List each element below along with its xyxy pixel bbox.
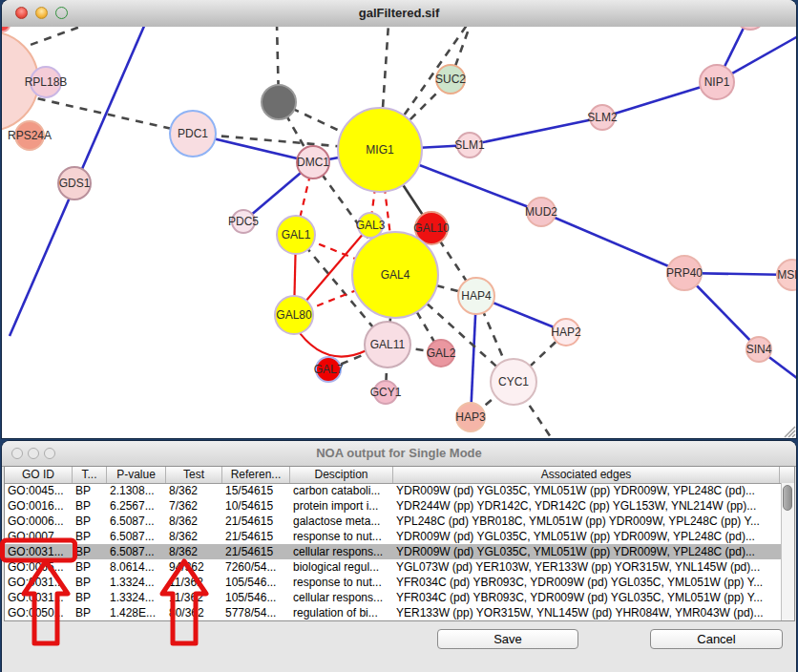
table-cell: 8/362 [166,483,222,498]
graph-node-label: NIP1 [704,75,730,89]
table-cell: response to nut... [290,575,393,590]
table-cell: BP [73,605,107,620]
graph-node-label: HAP3 [455,410,486,424]
graph-node-label: MSL1 [777,268,796,282]
table-cell: 1.3324... [107,590,166,605]
graph-node-label: GDS1 [59,177,91,190]
table-cell: BP [73,559,107,575]
graph-edge[interactable] [24,95,193,134]
table-row[interactable]: GO:0016...BP6.2567...7/36210/54615protei… [5,498,781,514]
graph-node-label: GAL4 [381,268,410,282]
cancel-button[interactable]: Cancel [650,629,783,649]
table-cell: 21/54615 [222,544,290,559]
resize-grip[interactable] [781,423,796,438]
table-cell: biological regul... [290,559,393,575]
table-cell: 1.428E... [107,605,166,620]
graph-node-label: GAL11 [370,338,406,351]
table-cell: GO:0065... [5,559,73,575]
table-cell: YDR009W (pd) YGL035C, YML051W (pp) YDR00… [393,529,780,544]
table-cell: 105/546... [222,575,290,590]
table-cell: GO:0006... [5,514,73,529]
column-header-go-id[interactable]: GO ID [5,467,73,483]
table-cell: cellular respons... [290,590,393,605]
noa-output-window: NOA output for Single Mode GO IDT...P-va… [2,441,796,672]
table-cell: 2.1308... [107,483,166,498]
graph-edge[interactable] [541,212,684,273]
table-cell: cellular respons... [290,544,393,559]
table-row[interactable]: GO:0050...BP1.428E...80/3625778/54...reg… [5,605,781,620]
table-cell: GO:0031... [5,590,73,605]
table-cell: 8/362 [166,544,222,559]
column-header-t-[interactable]: T... [73,467,107,483]
table-cell: 15/54615 [222,483,290,498]
table-cell: 8.0614... [107,559,166,575]
table-cell: YPL248C (pd) YBR018C, YML051W (pp) YDR00… [393,514,780,529]
table-cell: 5778/54... [222,605,290,620]
table-cell: 7260/54... [222,559,290,575]
graph-node-topright[interactable] [735,27,766,30]
table-row[interactable]: GO:0007...BP6.5087...8/36221/54615respon… [5,529,781,544]
table-cell: response to nut... [290,529,393,544]
network-window-titlebar[interactable]: galFiltered.sif [2,0,796,28]
table-row[interactable]: GO:0045...BP2.1308...8/36215/54615carbon… [5,483,781,498]
table-cell: 11/362 [166,575,222,590]
table-cell: 21/54615 [222,529,290,544]
column-header-test[interactable]: Test [166,467,222,483]
results-table: GO IDT...P-valueTestReferen...Desciption… [4,466,795,621]
table-cell: 80/362 [166,605,222,620]
graph-node-label: GAL10 [413,221,450,235]
table-cell: BP [73,529,107,544]
graph-node-graynode[interactable] [262,85,296,119]
graph-node-label: MUD2 [525,205,557,219]
column-header-associated-edges[interactable]: Associated edges [393,467,780,483]
network-window-title: galFiltered.sif [2,6,796,20]
column-header-desciption[interactable]: Desciption [290,467,393,483]
column-header-p-value[interactable]: P-value [107,467,166,483]
table-cell: BP [73,590,107,605]
graph-node-label: PDC1 [178,127,208,140]
network-canvas[interactable]: RPL18BRPS24AGDS1PDC1DMC1MIG1SUC2SLM1SLM2… [2,27,796,438]
table-row[interactable]: GO:0031...BP6.5087...8/36221/54615cellul… [5,544,781,559]
table-cell: 6.2567... [107,498,166,514]
network-window: galFiltered.sif RPL18BRPS24AGDS1PDC1DMC1… [2,0,796,438]
table-row[interactable]: GO:0031...BP1.3324...11/362105/546...res… [5,575,781,590]
table-cell: carbon cataboli... [290,483,393,498]
graph-node-label: PRP40 [666,266,703,280]
graph-node-label: RPS24A [8,129,52,142]
table-cell: BP [73,544,107,559]
graph-node-label: PDC5 [228,215,259,228]
graph-node-label: CYC1 [498,375,529,388]
table-cell: YDR244W (pp) YDR142C, YDR142C (pp) YGL15… [393,498,780,514]
noa-window-title: NOA output for Single Mode [2,446,796,460]
graph-node-label: GAL80 [276,308,312,322]
table-cell: YDR009W (pd) YGL035C, YML051W (pp) YDR00… [393,483,780,498]
table-cell: BP [73,514,107,529]
noa-window-titlebar[interactable]: NOA output for Single Mode [2,441,796,467]
table-cell: BP [73,483,107,498]
graph-node-label: SLM2 [587,111,618,124]
graph-edge[interactable] [470,117,602,145]
table-cell: GO:0016... [5,498,73,514]
table-cell: 8/362 [166,514,222,529]
table-cell: protein import i... [290,498,393,514]
save-button[interactable]: Save [437,629,578,649]
table-cell: 21/54615 [222,514,290,529]
graph-node-label: GAL3 [356,219,386,232]
graph-node-label: GAL2 [427,346,456,360]
table-cell: 6.5087... [107,544,166,559]
graph-node-cornerdot[interactable] [2,27,10,32]
scrollbar-thumb[interactable] [783,485,792,511]
graph-node-label: SLM1 [454,138,485,152]
graph-node-label: HAP2 [551,326,581,339]
graph-edge[interactable] [17,27,88,50]
table-row[interactable]: GO:0065...BP8.0614...94/3627260/54...bio… [5,559,781,575]
graph-node-label: SUC2 [435,73,466,86]
table-cell: 6.5087... [107,529,166,544]
table-cell: 94/362 [166,559,222,575]
vertical-scrollbar[interactable] [781,483,794,620]
table-cell: BP [73,498,107,514]
column-header-referen-[interactable]: Referen... [222,467,290,483]
graph-node-label: GCY1 [370,386,402,399]
table-row[interactable]: GO:0031...BP1.3324...11/362105/546...cel… [5,590,781,605]
table-row[interactable]: GO:0006...BP6.5087...8/36221/54615galact… [5,514,781,529]
